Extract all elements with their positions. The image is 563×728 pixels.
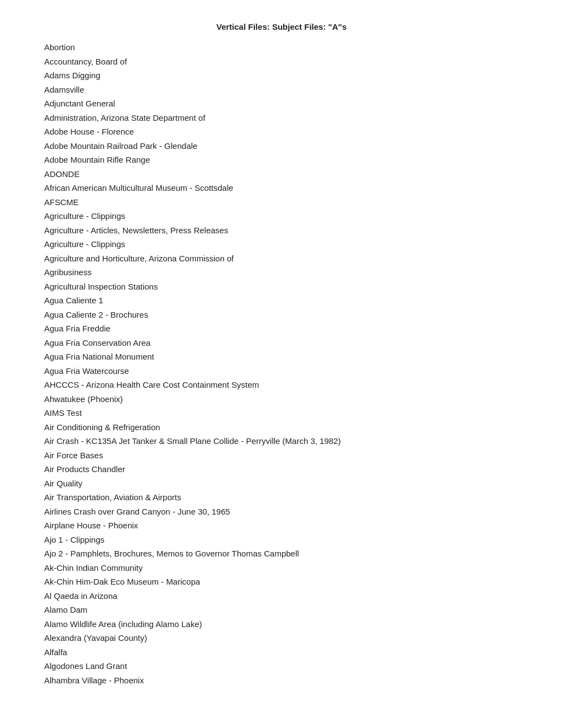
- list-item: Adams Digging: [44, 68, 519, 83]
- list-item: Agribusiness: [44, 265, 519, 280]
- list-item: Ajo 2 - Pamphlets, Brochures, Memos to G…: [44, 547, 519, 561]
- list-item: Adamsville: [44, 83, 519, 97]
- list-item: Agua Fria Watercourse: [44, 364, 519, 378]
- list-item: AHCCCS - Arizona Health Care Cost Contai…: [44, 378, 519, 392]
- item-list: AbortionAccountancy, Board ofAdams Diggi…: [44, 40, 519, 687]
- list-item: Agriculture - Clippings: [44, 209, 519, 223]
- list-item: Agriculture and Horticulture, Arizona Co…: [44, 251, 519, 266]
- list-item: Administration, Arizona State Department…: [44, 111, 519, 125]
- list-item: Alamo Wildlife Area (including Alamo Lak…: [44, 617, 519, 631]
- list-item: AFSCME: [44, 195, 519, 210]
- list-item: Air Products Chandler: [44, 462, 519, 477]
- list-item: Al Qaeda in Arizona: [44, 589, 519, 603]
- page-title: Vertical Files: Subject Files: "A"s: [44, 22, 519, 31]
- list-item: Air Crash - KC135A Jet Tanker & Small Pl…: [44, 434, 519, 448]
- list-item: Agua Fria National Monument: [44, 350, 519, 364]
- list-item: Alfalfa: [44, 645, 519, 660]
- list-item: Air Conditioning & Refrigeration: [44, 420, 519, 435]
- list-item: Air Force Bases: [44, 448, 519, 463]
- list-item: Airplane House - Phoenix: [44, 518, 519, 533]
- list-item: Agriculture - Articles, Newsletters, Pre…: [44, 223, 519, 238]
- list-item: Agricultural Inspection Stations: [44, 280, 519, 294]
- list-item: Agua Fria Conservation Area: [44, 336, 519, 350]
- list-item: Abortion: [44, 40, 519, 55]
- list-item: Adobe Mountain Rifle Range: [44, 153, 519, 167]
- list-item: Alhambra Village - Phoenix: [44, 673, 519, 688]
- list-item: Agua Caliente 2 - Brochures: [44, 308, 519, 322]
- list-item: Ahwatukee (Phoenix): [44, 392, 519, 406]
- list-item: African American Multicultural Museum - …: [44, 181, 519, 195]
- list-item: Ak-Chin Him-Dak Eco Museum - Maricopa: [44, 575, 519, 589]
- list-item: Agua Caliente 1: [44, 293, 519, 308]
- list-item: ADONDE: [44, 167, 519, 181]
- list-item: Air Transportation, Aviation & Airports: [44, 490, 519, 505]
- list-item: Adobe Mountain Railroad Park - Glendale: [44, 139, 519, 153]
- list-item: Airlines Crash over Grand Canyon - June …: [44, 505, 519, 519]
- list-item: AIMS Test: [44, 406, 519, 420]
- list-item: Accountancy, Board of: [44, 55, 519, 69]
- list-item: Alexandra (Yavapai County): [44, 631, 519, 645]
- list-item: Alamo Dam: [44, 603, 519, 617]
- list-item: Air Quality: [44, 477, 519, 491]
- list-item: Adobe House - Florence: [44, 125, 519, 139]
- list-item: Agua Fria Freddie: [44, 322, 519, 336]
- list-item: Ajo 1 - Clippings: [44, 533, 519, 547]
- list-item: Algodones Land Grant: [44, 659, 519, 673]
- list-item: Ak-Chin Indian Community: [44, 561, 519, 575]
- list-item: Agriculture - Clippings: [44, 237, 519, 251]
- list-item: Adjunctant General: [44, 97, 519, 111]
